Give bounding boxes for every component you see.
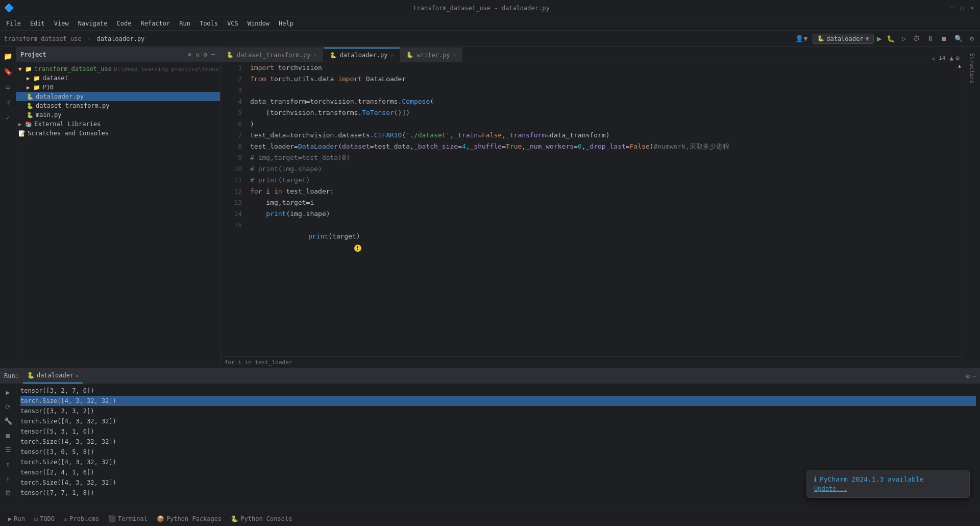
coverage-button[interactable]: ▷ [900,34,908,43]
run-wrench-btn[interactable]: 🔧 [2,414,15,427]
bottom-tab-problems[interactable]: ⚠ Problems [60,514,103,523]
menu-run[interactable]: Run [175,18,194,29]
menu-file[interactable]: File [2,18,25,29]
search-button[interactable]: 🔍 [952,34,965,43]
tab-writer[interactable]: 🐍 writer.py ✕ [400,47,462,62]
menu-view[interactable]: View [50,18,73,29]
bottom-tab-python-packages[interactable]: 📦 Python Packages [153,514,226,523]
run-tab-dataloader[interactable]: 🐍 dataloader ✕ [23,368,83,384]
tab-dataloader[interactable]: 🐍 dataloader.py ✕ [324,47,401,62]
bottom-tab-todo[interactable]: ☑ TODO [30,514,59,523]
code-editor: 12345 678910 1112131415 import torchvisi… [220,62,964,356]
run-rerun-btn[interactable]: ⟳ [2,400,15,413]
structure-icon[interactable]: ≡ [1,80,15,94]
menu-refactor[interactable]: Refactor [136,18,174,29]
window-title: transform_dataset_use - dataloader.py [413,5,549,12]
menu-code[interactable]: Code [113,18,136,29]
run-label: Run: [4,372,19,379]
run-py-icon: 🐍 [27,372,35,379]
run-sort-btn[interactable]: ↕ [2,457,15,470]
run-line-3: tensor([3, 2, 3, 2]) [20,406,976,416]
run-panel-actions: ⚙ ─ [966,372,976,380]
code-line-2: from torch.utils.data import DataLoader [250,74,951,85]
minimize-button[interactable]: ─ [948,5,955,12]
bottom-tab-terminal[interactable]: ⬛ Terminal [104,514,152,523]
close-button[interactable]: ✕ [969,5,976,12]
bottom-tab-python-console[interactable]: 🐍 Python Console [227,514,296,523]
toolbar-right: 👤▼ 🐍 dataloader ▼ ▶ 🐛 ▷ ⏱ ⏸ ⏹ 🔍 ⚙ [793,34,976,44]
panel-minimize-btn[interactable]: ─ [210,50,216,59]
panel-settings-btn[interactable]: ⚙ [203,50,208,59]
py-file-icon2: 🐍 [27,103,34,109]
tree-ext-libs[interactable]: ▶ 📚 External Libraries [16,119,220,129]
run-tab-close[interactable]: ✕ [76,373,79,378]
settings-button[interactable]: ⚙ [968,34,976,43]
settings-editor-btn[interactable]: ⚙ [955,54,960,62]
tree-root[interactable]: ▼ 📁 transform_dataset_use D:\deep learni… [16,64,220,74]
project-tree: ▼ 📁 transform_dataset_use D:\deep learni… [16,62,220,368]
structure-side-icon[interactable]: Structure [968,49,976,88]
tree-main[interactable]: 🐍 main.py [16,110,220,119]
code-line-1: import torchvision [250,62,951,74]
editor-area: 🐍 dataset_transform.py ✕ 🐍 dataloader.py… [220,47,964,368]
run-play-btn[interactable]: ▶ [2,386,15,399]
run-settings-btn[interactable]: ⚙ [966,372,970,380]
menu-edit[interactable]: Edit [26,18,49,29]
tree-dataset-transform[interactable]: 🐍 dataset_transform.py [16,101,220,110]
tree-p10[interactable]: ▶ 📁 P10 [16,83,220,92]
warning-indicator: ! [354,245,361,252]
debug-button[interactable]: 🐛 [885,34,897,43]
notif-title: ℹ PyCharm 2024.1.3 available [814,475,962,483]
folder-closed-icon2: ▶ 📁 [27,84,40,91]
expand-editor-btn[interactable]: ▲ [949,54,953,62]
tab-close-dataloader[interactable]: ✕ [390,53,394,58]
py-icon2: 🐍 [330,52,337,59]
notification-popup: ℹ PyCharm 2024.1.3 available Update... [806,470,970,498]
run-stop-btn[interactable]: ■ [2,428,15,442]
profile-run-button[interactable]: ⏱ [911,34,922,43]
update-link[interactable]: Update... [814,485,847,492]
panel-locate-btn[interactable]: ⊕ [187,50,192,59]
run-trash-btn[interactable]: 🗑 [2,486,15,499]
tree-dataset[interactable]: ▶ 📁 dataset [16,74,220,83]
folder-closed-icon: ▶ 📁 [27,75,40,82]
tab-close-writer[interactable]: ✕ [453,52,456,58]
packages-icon: 📦 [157,515,164,522]
code-line-15: ! print(target) [250,220,951,231]
pause-button[interactable]: ⏸ [925,34,936,43]
project-icon[interactable]: 📁 [1,49,15,63]
menu-vcs[interactable]: VCS [223,18,242,29]
code-content[interactable]: import torchvision from torch.utils.data… [246,62,955,356]
code-line-4: data_transform=torchvision.transforms.Co… [250,96,951,107]
bookmark-icon[interactable]: 🔖 [1,64,15,79]
menu-help[interactable]: Help [275,18,298,29]
panel-collapse-btn[interactable]: ⇅ [194,50,200,59]
tree-dataloader[interactable]: 🐍 dataloader.py [16,92,220,101]
tab-dataset-transform[interactable]: 🐍 dataset_transform.py ✕ [220,47,324,62]
run-line-1: tensor([3, 2, 7, 0]) [20,386,976,396]
maximize-button[interactable]: □ [959,5,966,12]
commit-icon[interactable]: ✓ [1,110,15,125]
run-button[interactable]: ▶ [877,34,882,43]
tree-scratches[interactable]: 📝 Scratches and Consoles [16,129,220,138]
run-minimize-btn[interactable]: ─ [972,372,976,380]
menu-navigate[interactable]: Navigate [74,18,112,29]
code-line-12: for i in test_loader: [250,186,951,197]
code-line-10: # print(img.shape) [250,163,951,175]
left-sidebar-icons: 📁 🔖 ≡ ⑂ ✓ [0,47,16,368]
config-dropdown[interactable]: 🐍 dataloader ▼ [813,34,873,44]
tab-close-dataset[interactable]: ✕ [314,52,317,58]
run-line-2: torch.Size([4, 3, 32, 32]) [20,396,976,406]
run-side-toolbar: ▶ ⟳ 🔧 ■ ☰ ↕ ↓ 🗑 [0,384,16,511]
stop-button[interactable]: ⏹ [939,34,949,43]
bottom-tab-run[interactable]: ▶ Run [4,514,29,523]
menu-window[interactable]: Window [243,18,274,29]
menu-tools[interactable]: Tools [195,18,222,29]
content-area: 📁 🔖 ≡ ⑂ ✓ Project ⊕ ⇅ ⚙ ─ ▼ 📁 tr [0,47,980,368]
run-scroll-btn[interactable]: ↓ [2,471,15,485]
run-list-btn[interactable]: ☰ [2,443,15,456]
todo-icon: ☑ [34,515,38,522]
profile-button[interactable]: 👤▼ [793,34,810,43]
git-icon[interactable]: ⑂ [1,95,15,109]
title-bar-left: 🔷 [4,3,14,13]
